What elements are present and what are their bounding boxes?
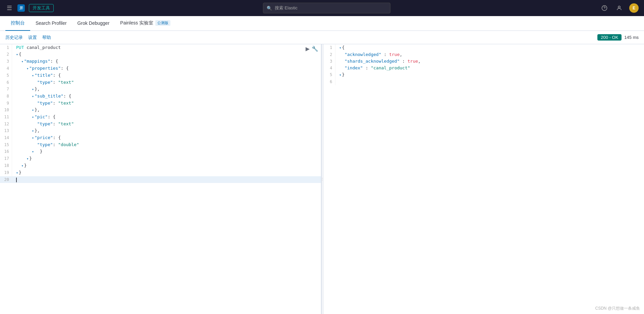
- run-button[interactable]: ▶: [306, 46, 310, 52]
- code-line: 10 ▾},: [0, 107, 321, 114]
- result-line: 6: [323, 78, 644, 85]
- result-line: 3 "shards_acknowledged" : true,: [323, 58, 644, 65]
- user-settings-icon-button[interactable]: [614, 3, 624, 13]
- help-icon-button[interactable]: [600, 3, 609, 13]
- response-time-badge: 145 ms: [624, 35, 639, 40]
- settings-wrench-button[interactable]: 🔧: [312, 46, 318, 52]
- editor-area: ▶ 🔧 1 PUT canal_product 2 ▾{ 3 ▾"mapping…: [0, 44, 644, 314]
- tab-grok-debugger[interactable]: Grok Debugger: [72, 16, 115, 31]
- code-line: 1 PUT canal_product: [0, 44, 321, 51]
- code-line: 8 ▾"sub_title": {: [0, 93, 321, 100]
- result-line: 4 "index" : "canal_product": [323, 65, 644, 71]
- global-search-bar[interactable]: 🔍 搜索 Elastic: [263, 3, 390, 13]
- hamburger-button[interactable]: ☰: [5, 3, 13, 13]
- code-line: 19 ▾}: [0, 169, 321, 176]
- tab-painless[interactable]: Painless 实验室 公测版: [115, 16, 176, 31]
- history-button[interactable]: 历史记录: [5, 35, 23, 41]
- editor-toolbar: 历史记录 设置 帮助 200 - OK 145 ms: [0, 31, 644, 44]
- code-line: 11 ▾"pic": {: [0, 114, 321, 121]
- result-line: 2 "acknowledged" : true,: [323, 51, 644, 58]
- svg-point-2: [618, 6, 620, 8]
- result-line: 1 ▾{: [323, 44, 644, 51]
- dev-tools-icon: 开: [17, 4, 25, 12]
- help-button[interactable]: 帮助: [42, 35, 51, 41]
- code-line: 12 "type": "text": [0, 121, 321, 127]
- dev-tools-badge-button[interactable]: 开发工具: [29, 4, 54, 12]
- code-line: 2 ▾{: [0, 51, 321, 58]
- code-line: 6 "type": "text": [0, 79, 321, 86]
- status-area: 200 - OK 145 ms: [597, 34, 639, 41]
- code-line: 3 ▾"mappings": {: [0, 58, 321, 65]
- code-line: 13 ▾},: [0, 127, 321, 134]
- result-line: 5 ▾}: [323, 71, 644, 78]
- editor-action-buttons: ▶ 🔧: [306, 46, 318, 52]
- tab-search-profiler[interactable]: Search Profiler: [30, 16, 72, 31]
- top-nav: ☰ 开 开发工具 🔍 搜索 Elastic E: [0, 0, 644, 16]
- request-editor[interactable]: ▶ 🔧 1 PUT canal_product 2 ▾{ 3 ▾"mapping…: [0, 44, 321, 314]
- nav-center: 🔍 搜索 Elastic: [58, 3, 596, 13]
- code-line-active[interactable]: 20: [0, 176, 321, 183]
- sub-nav: 控制台 Search Profiler Grok Debugger Painle…: [0, 16, 644, 31]
- code-line: 17 ▾}: [0, 155, 321, 162]
- beta-badge: 公测版: [155, 20, 170, 26]
- code-line: 16 ▾ }: [0, 148, 321, 155]
- code-line: 5 ▾"title": {: [0, 72, 321, 79]
- search-placeholder-text: 搜索 Elastic: [275, 5, 298, 11]
- status-code-badge: 200 - OK: [597, 34, 622, 41]
- code-line: 7 ▾},: [0, 86, 321, 93]
- nav-right-icons: E: [600, 3, 639, 13]
- code-line: 15 "type": "double": [0, 141, 321, 148]
- code-line: 9 "type": "text": [0, 100, 321, 107]
- code-line: 14 ▾"price": {: [0, 134, 321, 141]
- settings-button[interactable]: 设置: [28, 35, 37, 41]
- code-line: 4 ▾"properties": {: [0, 65, 321, 72]
- user-avatar[interactable]: E: [629, 3, 639, 13]
- response-pane: 1 ▾{ 2 "acknowledged" : true, 3 "shards_…: [323, 44, 644, 314]
- search-icon: 🔍: [267, 6, 272, 11]
- tab-console[interactable]: 控制台: [5, 16, 30, 31]
- code-line: 18 ▾}: [0, 162, 321, 169]
